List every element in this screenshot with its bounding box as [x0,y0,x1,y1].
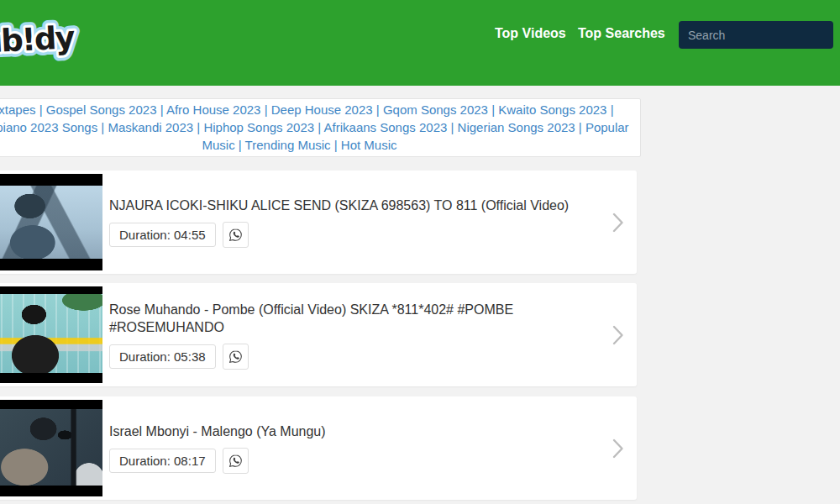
video-thumbnail[interactable] [0,286,102,383]
category-links-line: Mixtapes | Gospel Songs 2023 | Afro Hous… [0,101,640,118]
whatsapp-share-button[interactable] [223,344,249,370]
whatsapp-share-button[interactable] [223,222,249,248]
meta-row: Duration: 04:55 [109,222,590,248]
link-separator: | [35,102,45,117]
category-link[interactable]: Afrikaans Songs 2023 [324,120,448,134]
link-separator: | [575,120,585,134]
video-thumbnail[interactable] [0,174,102,270]
category-link[interactable]: Maskandi 2023 [108,120,193,134]
video-result-card[interactable]: Rose Muhando - Pombe (Official Video) SK… [0,283,637,386]
link-separator: | [235,138,245,152]
category-link[interactable]: Popular [585,120,629,134]
category-link[interactable]: Hiphop Songs 2023 [203,120,314,134]
category-link[interactable]: Nigerian Songs 2023 [458,120,575,134]
search-box[interactable] [679,21,833,49]
chevron-right-icon[interactable] [612,438,624,459]
category-links-line: Amapiano 2023 Songs | Maskandi 2023 | Hi… [0,118,640,136]
category-link[interactable]: Trending Music [245,138,331,152]
video-title[interactable]: Israel Mbonyi - Malengo (Ya Mungu) [109,423,590,440]
category-link[interactable]: Afro House 2023 [166,102,261,117]
video-info: Rose Muhando - Pombe (Official Video) SK… [109,283,590,386]
link-separator: | [314,120,323,134]
chevron-right-icon[interactable] [612,324,624,346]
video-title[interactable]: Rose Muhando - Pombe (Official Video) SK… [109,301,590,336]
whatsapp-share-button[interactable] [223,448,249,474]
link-separator: | [260,102,270,117]
category-link[interactable]: Deep House 2023 [271,102,373,117]
video-info: Israel Mbonyi - Malengo (Ya Mungu) Durat… [109,396,590,500]
link-separator: | [373,102,383,117]
video-info: NJAURA ICOKI-SHIKU ALICE SEND (SKIZA 698… [109,171,590,274]
category-links-line: Music | Trending Music | Hot Music [0,136,640,154]
link-separator: | [193,120,203,134]
link-separator: | [488,102,498,117]
link-separator: | [606,102,613,117]
search-input[interactable] [679,21,840,49]
link-separator: | [447,120,457,134]
duration-badge: Duration: 08:17 [109,449,216,473]
tubidy-logo[interactable]: tub!dy tub!dy [0,8,163,76]
whatsapp-icon [228,454,243,468]
category-link[interactable]: Gospel Songs 2023 [46,102,157,117]
thumbnail-image [0,186,102,259]
whatsapp-icon [228,349,243,364]
thumbnail-image [0,409,102,486]
link-separator: | [156,102,165,117]
video-thumbnail[interactable] [0,400,102,496]
site-header: tub!dy tub!dy Top Videos Top Searches [0,0,840,86]
chevron-right-icon[interactable] [612,212,624,234]
category-link[interactable]: Hot Music [341,138,397,152]
category-links: Mixtapes | Gospel Songs 2023 | Afro Hous… [0,98,641,157]
video-result-card[interactable]: Israel Mbonyi - Malengo (Ya Mungu) Durat… [0,396,637,500]
meta-row: Duration: 05:38 [109,344,590,370]
video-result-card[interactable]: NJAURA ICOKI-SHIKU ALICE SEND (SKIZA 698… [0,171,637,274]
category-link[interactable]: Mixtapes [0,102,35,117]
category-link[interactable]: Music [202,138,234,152]
page: tub!dy tub!dy Top Videos Top Searches Mi… [0,0,840,504]
duration-badge: Duration: 04:55 [109,223,216,247]
duration-badge: Duration: 05:38 [109,344,216,369]
link-separator: | [97,120,108,134]
whatsapp-icon [228,228,243,242]
nav-top-searches[interactable]: Top Searches [578,26,665,41]
thumbnail-image [0,294,102,373]
category-link[interactable]: Kwaito Songs 2023 [498,102,606,117]
nav-top-videos[interactable]: Top Videos [495,26,566,41]
logo-text: tub!dy [0,19,76,61]
video-title[interactable]: NJAURA ICOKI-SHIKU ALICE SEND (SKIZA 698… [109,197,590,214]
category-link[interactable]: Amapiano 2023 Songs [0,120,97,134]
meta-row: Duration: 08:17 [109,448,590,474]
link-separator: | [331,138,341,152]
category-link[interactable]: Gqom Songs 2023 [383,102,488,117]
